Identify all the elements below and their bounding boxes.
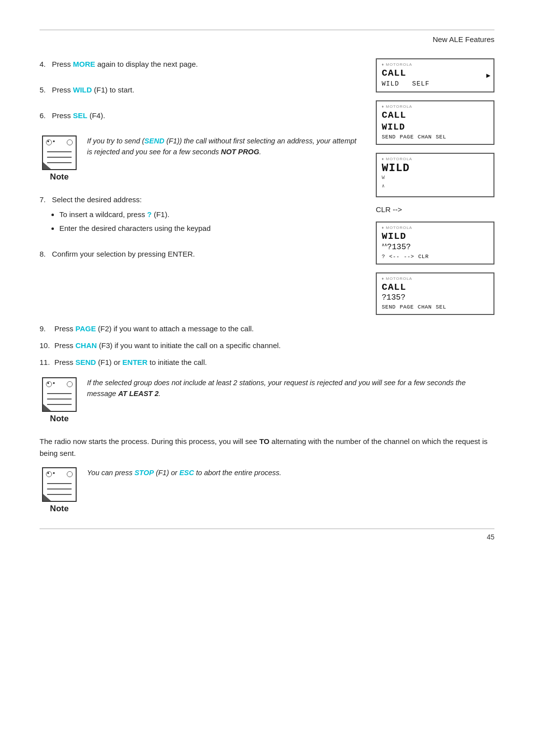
left-column: 4. Press MORE again to display the next … bbox=[40, 58, 361, 274]
note-3-text: You can press STOP (F1) or ESC to abort … bbox=[87, 467, 494, 478]
lcd-screen-1: ♦ MOTOROLA CALL WILD SELF ▶ bbox=[376, 58, 494, 92]
lcd-1-line2: WILD SELF bbox=[382, 80, 489, 88]
note-2-label: Note bbox=[50, 414, 69, 424]
note-2: ● ● Note If the selected group does not … bbox=[40, 377, 494, 424]
step-10: 10. Press CHAN (F3) if you want to initi… bbox=[40, 340, 494, 352]
radio-text: The radio now starts the process. During… bbox=[40, 436, 494, 459]
step-5-wild: WILD bbox=[73, 86, 92, 94]
note-1-text: If you try to send (SEND (F1)) the call … bbox=[87, 135, 361, 158]
note-3-icon-wrap: ● ● Note bbox=[40, 467, 79, 514]
lcd-screen-4: ♦ MOTOROLA WILD ∧∧?135? ? <-- --> CLR bbox=[376, 222, 494, 265]
page: New ALE Features 4. Press MORE again to … bbox=[0, 0, 534, 571]
lcd-2-line2: WILD bbox=[382, 122, 489, 132]
bullet-1: To insert a wildcard, press ? (F1). bbox=[59, 209, 361, 221]
note-3: ● ● Note You can press STOP (F1) or ESC … bbox=[40, 467, 494, 514]
note-1-icon-wrap: ● ● Note bbox=[40, 135, 79, 182]
step-4-text: again to display the next page. bbox=[95, 60, 198, 68]
lcd-5-line1: CALL bbox=[382, 282, 489, 293]
page-number: 45 bbox=[40, 533, 494, 541]
step-4-num: 4. Press bbox=[40, 60, 73, 68]
step-6-sel: SEL bbox=[73, 111, 88, 120]
main-content: 4. Press MORE again to display the next … bbox=[40, 58, 494, 315]
lcd-5-brand: ♦ MOTOROLA bbox=[382, 276, 489, 281]
note-1-icon: ● ● bbox=[42, 135, 77, 170]
step-11-text: Press SEND (F1) or ENTER to initiate the… bbox=[54, 356, 494, 368]
lcd-5-softkeys: SEND PAGE CHAN SEL bbox=[382, 304, 489, 310]
note-2-text: If the selected group does not include a… bbox=[87, 377, 494, 400]
lcd-screen-2: ♦ MOTOROLA CALL WILD SEND PAGE CHAN SEL bbox=[376, 100, 494, 145]
lcd-5-line2: ?135? bbox=[382, 293, 489, 302]
step-4-more: MORE bbox=[73, 60, 95, 68]
note-3-icon: ● ● bbox=[42, 467, 77, 502]
step-7-bullets: To insert a wildcard, press ? (F1). Ente… bbox=[59, 209, 361, 234]
step-6-text: (F4). bbox=[88, 111, 105, 120]
note-1-label: Note bbox=[50, 172, 69, 182]
page-num-value: 45 bbox=[487, 533, 494, 541]
note-2-icon-wrap: ● ● Note bbox=[40, 377, 79, 424]
lower-steps: 9. Press PAGE (F2) if you want to attach… bbox=[40, 323, 494, 368]
note-2-icon: ● ● bbox=[42, 377, 77, 412]
step-4: 4. Press MORE again to display the next … bbox=[40, 58, 361, 70]
step-5: 5. Press WILD (F1) to start. bbox=[40, 84, 361, 96]
step-11-num: 11. bbox=[40, 356, 54, 368]
lcd-2-line1: CALL bbox=[382, 110, 489, 121]
lcd-4-line2: ∧∧?135? bbox=[382, 242, 489, 252]
lcd-4-softkeys: ? <-- --> CLR bbox=[382, 254, 489, 260]
lcd-3-brand: ♦ MOTOROLA bbox=[382, 157, 489, 161]
lcd-4-line1: WILD bbox=[382, 231, 489, 242]
step-9: 9. Press PAGE (F2) if you want to attach… bbox=[40, 323, 494, 335]
step-6: 6. Press SEL (F4). bbox=[40, 110, 361, 122]
lcd-screen-5: ♦ MOTOROLA CALL ?135? SEND PAGE CHAN SEL bbox=[376, 272, 494, 315]
lcd-2-brand: ♦ MOTOROLA bbox=[382, 104, 489, 109]
step-8-label: 8. Confirm your selection by pressing EN… bbox=[40, 250, 195, 258]
lcd-1-brand: ♦ MOTOROLA bbox=[382, 62, 489, 67]
step-11: 11. Press SEND (F1) or ENTER to initiate… bbox=[40, 356, 494, 368]
step-10-text: Press CHAN (F3) if you want to initiate … bbox=[54, 340, 494, 352]
lcd-1-arrow: ▶ bbox=[487, 71, 490, 80]
lcd-3-sub: W ∧ bbox=[382, 175, 489, 192]
note-3-label: Note bbox=[50, 504, 69, 514]
lcd-4-brand: ♦ MOTOROLA bbox=[382, 225, 489, 230]
step-7-label: 7. Select the desired address: bbox=[40, 195, 142, 204]
step-5-text: (F1) to start. bbox=[92, 86, 134, 94]
step-6-num: 6. Press bbox=[40, 111, 73, 120]
top-rule bbox=[40, 30, 494, 30]
page-title: New ALE Features bbox=[433, 35, 494, 44]
lcd-1-line1: CALL bbox=[382, 68, 489, 79]
step-5-num: 5. Press bbox=[40, 86, 73, 94]
step-10-num: 10. bbox=[40, 340, 54, 352]
right-column-top: ♦ MOTOROLA CALL WILD SELF ▶ ♦ MOTOROLA C… bbox=[376, 58, 494, 315]
step-9-text: Press PAGE (F2) if you want to attach a … bbox=[54, 323, 494, 335]
step-7: 7. Select the desired address: To insert… bbox=[40, 194, 361, 234]
bottom-rule bbox=[40, 529, 494, 529]
note-1: ● ● Note If you try to send (SEND (F1)) … bbox=[40, 135, 361, 182]
step-9-num: 9. bbox=[40, 323, 54, 335]
bullet-2: Enter the desired characters using the k… bbox=[59, 222, 361, 234]
step-8: 8. Confirm your selection by pressing EN… bbox=[40, 248, 361, 260]
lcd-3-line1: WILD bbox=[382, 162, 489, 175]
lcd-2-softkeys: SEND PAGE CHAN SEL bbox=[382, 134, 489, 140]
lcd-screen-3: ♦ MOTOROLA WILD W ∧ bbox=[376, 153, 494, 197]
header: New ALE Features bbox=[40, 35, 494, 44]
